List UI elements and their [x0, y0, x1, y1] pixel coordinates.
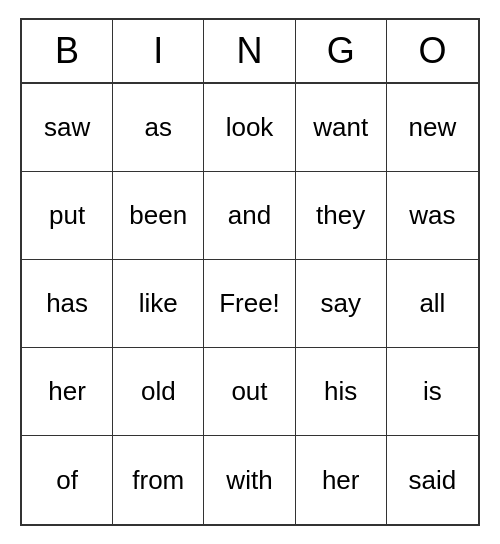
cell-r2-c0[interactable]: has — [22, 260, 113, 348]
cell-r2-c1[interactable]: like — [113, 260, 204, 348]
bingo-header: BINGO — [22, 20, 478, 84]
cell-r0-c0[interactable]: saw — [22, 84, 113, 172]
header-letter: O — [387, 20, 478, 82]
cell-r0-c3[interactable]: want — [296, 84, 387, 172]
cell-r2-c2[interactable]: Free! — [204, 260, 295, 348]
cell-r3-c3[interactable]: his — [296, 348, 387, 436]
cell-r4-c2[interactable]: with — [204, 436, 295, 524]
cell-r4-c4[interactable]: said — [387, 436, 478, 524]
cell-r1-c0[interactable]: put — [22, 172, 113, 260]
cell-r2-c3[interactable]: say — [296, 260, 387, 348]
header-letter: G — [296, 20, 387, 82]
cell-r4-c0[interactable]: of — [22, 436, 113, 524]
header-letter: B — [22, 20, 113, 82]
cell-r1-c3[interactable]: they — [296, 172, 387, 260]
header-letter: N — [204, 20, 295, 82]
cell-r1-c2[interactable]: and — [204, 172, 295, 260]
cell-r2-c4[interactable]: all — [387, 260, 478, 348]
cell-r3-c1[interactable]: old — [113, 348, 204, 436]
bingo-card: BINGO sawaslookwantnewputbeenandtheywash… — [20, 18, 480, 526]
cell-r0-c2[interactable]: look — [204, 84, 295, 172]
cell-r0-c1[interactable]: as — [113, 84, 204, 172]
header-letter: I — [113, 20, 204, 82]
cell-r1-c1[interactable]: been — [113, 172, 204, 260]
cell-r3-c0[interactable]: her — [22, 348, 113, 436]
bingo-grid: sawaslookwantnewputbeenandtheywashaslike… — [22, 84, 478, 524]
cell-r1-c4[interactable]: was — [387, 172, 478, 260]
cell-r3-c4[interactable]: is — [387, 348, 478, 436]
cell-r3-c2[interactable]: out — [204, 348, 295, 436]
cell-r4-c1[interactable]: from — [113, 436, 204, 524]
cell-r4-c3[interactable]: her — [296, 436, 387, 524]
cell-r0-c4[interactable]: new — [387, 84, 478, 172]
